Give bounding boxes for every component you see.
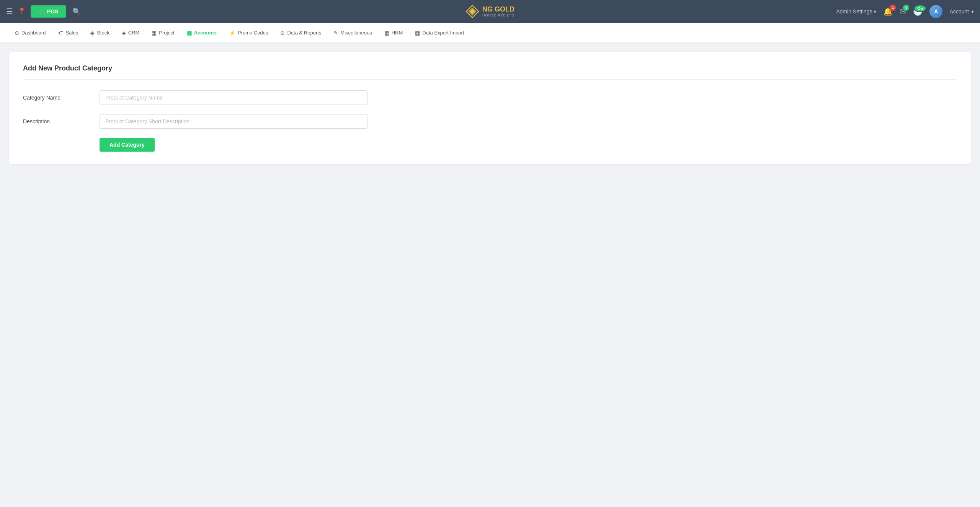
sidebar-item-promo-codes[interactable]: ⚡ Promo Codes — [224, 27, 273, 39]
notifications-button[interactable]: 🔔 1 — [883, 7, 893, 16]
nav-right-section: Admin Settings ▾ 🔔 1 ✉ 0 🕐 On A Account … — [836, 5, 974, 18]
sidebar-item-data-reports[interactable]: ⊙ Data & Reports — [275, 27, 327, 39]
category-name-input[interactable] — [100, 90, 368, 105]
logo-diamond-icon — [466, 5, 479, 18]
sidebar-item-hrm[interactable]: ▦ HRM — [379, 27, 408, 39]
top-navbar: ☰ 📍 🛒 POS 🔍 NG GOLD HOUSE PTE LTD Admin … — [0, 0, 980, 23]
add-product-category-card: Add New Product Category Category Name D… — [9, 52, 971, 164]
dashboard-icon: ⊙ — [15, 30, 19, 36]
data-export-icon: ▦ — [415, 30, 420, 36]
hrm-icon: ▦ — [384, 30, 389, 36]
miscellaneous-icon: ✎ — [333, 30, 338, 36]
stock-icon: ◈ — [90, 30, 95, 36]
project-icon: ▦ — [152, 30, 157, 36]
crm-icon: ◈ — [122, 30, 126, 36]
logo-text: NG GOLD — [482, 6, 514, 13]
description-label: Description — [23, 118, 100, 124]
sidebar-item-project[interactable]: ▦ Project — [146, 27, 180, 39]
account-chevron-icon: ▾ — [971, 8, 974, 15]
sidebar-item-data-export[interactable]: ▦ Data Export Import — [410, 27, 469, 39]
sidebar-item-accounts[interactable]: ▦ Accounts — [181, 27, 222, 39]
accounts-icon: ▦ — [187, 30, 192, 36]
sidebar-item-dashboard[interactable]: ⊙ Dashboard — [9, 27, 51, 39]
avatar: A — [929, 5, 942, 18]
data-reports-icon: ⊙ — [280, 30, 285, 36]
sidebar-item-stock[interactable]: ◈ Stock — [85, 27, 115, 39]
account-button[interactable]: Account ▾ — [949, 8, 974, 15]
pos-button[interactable]: 🛒 POS — [31, 5, 66, 18]
main-content: Add New Product Category Category Name D… — [0, 43, 980, 173]
secondary-nav: ⊙ Dashboard 🏷 Sales ◈ Stock ◈ CRM ▦ Proj… — [0, 23, 980, 43]
message-badge: 0 — [903, 5, 909, 11]
category-name-row: Category Name — [23, 90, 957, 105]
form-actions: Add Category — [23, 138, 957, 152]
messages-button[interactable]: ✉ 0 — [900, 7, 906, 16]
promo-codes-icon: ⚡ — [229, 30, 235, 36]
search-icon[interactable]: 🔍 — [72, 7, 81, 16]
add-category-button[interactable]: Add Category — [100, 138, 155, 152]
description-row: Description — [23, 114, 957, 129]
clock-button[interactable]: 🕐 On — [913, 7, 923, 16]
pos-icon: 🛒 — [38, 8, 45, 15]
sidebar-item-miscellaneous[interactable]: ✎ Miscellaneous — [328, 27, 377, 39]
location-icon: 📍 — [18, 7, 26, 16]
app-logo: NG GOLD HOUSE PTE LTD — [466, 5, 514, 18]
admin-settings-button[interactable]: Admin Settings ▾ — [836, 8, 876, 15]
sidebar-item-crm[interactable]: ◈ CRM — [116, 27, 145, 39]
sidebar-item-sales[interactable]: 🏷 Sales — [53, 27, 84, 39]
hamburger-button[interactable]: ☰ — [6, 7, 13, 16]
chevron-down-icon: ▾ — [874, 8, 876, 15]
online-status-badge: On — [914, 5, 926, 12]
description-input[interactable] — [100, 114, 368, 129]
form-title: Add New Product Category — [23, 64, 957, 80]
notification-badge: 1 — [890, 5, 896, 11]
sales-icon: 🏷 — [58, 30, 64, 36]
logo-sub: HOUSE PTE LTD — [482, 13, 514, 17]
category-name-label: Category Name — [23, 95, 100, 101]
